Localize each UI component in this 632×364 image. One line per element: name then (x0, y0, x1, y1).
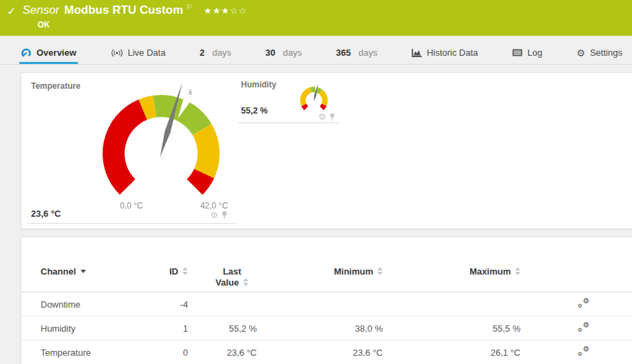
pin-icon[interactable] (329, 113, 335, 121)
tab-live-data[interactable]: Live Data (109, 43, 167, 64)
tab-label: Live Data (128, 47, 166, 58)
last-value-cell: 55,2 % (188, 323, 257, 334)
sort-icon (243, 278, 249, 286)
column-label: Channel (41, 266, 76, 277)
gear-icon: ⚙ (578, 352, 582, 357)
column-label: Maximum (470, 266, 511, 277)
sensor-title: Modbus RTU Custom (64, 3, 183, 17)
tab-unit: days (359, 47, 377, 58)
gauge-current-value: 23,6 °C (31, 208, 61, 219)
tab-label: Historic Data (427, 47, 478, 58)
sensor-status-header: ✓ Sensor Modbus RTU Custom ⚐ ★★★☆☆ OK (0, 0, 632, 36)
sort-icon (377, 267, 383, 275)
table-body: Downtime-4⚙⚙Humidity155,2 %38,0 %55,5 %⚙… (21, 292, 632, 364)
table-header-row: Channel ID Last Value Minimum Maximum (21, 266, 632, 292)
tab-settings[interactable]: ⚙ Settings (575, 43, 624, 64)
gauge-tile-temperature[interactable]: Temperature x̄ 0,0 °C 42,0 °C 23,6 °C ⚙ (27, 73, 237, 224)
tab-label: Settings (590, 47, 622, 58)
gauge-tile-humidity[interactable]: Humidity 55,2 % ⚙ (238, 73, 339, 123)
column-label: Minimum (334, 266, 373, 277)
humidity-gauge (295, 78, 333, 117)
tab-2-days[interactable]: 2 days (198, 43, 233, 64)
gear-icon: ⚙ (582, 345, 589, 353)
broadcast-icon (111, 49, 123, 57)
channels-table-panel: Channel ID Last Value Minimum Maximum Do… (21, 237, 632, 364)
minimum-cell: 23,6 °C (257, 347, 383, 358)
table-row: Downtime-4⚙⚙ (21, 292, 632, 317)
channel-id: -4 (145, 299, 188, 310)
gauges-panel: Temperature x̄ 0,0 °C 42,0 °C 23,6 °C ⚙ … (21, 72, 632, 229)
status-check-icon: ✓ (7, 5, 16, 36)
gauge-settings-gear-icon[interactable]: ⚙ (210, 211, 218, 220)
object-kind-label: Sensor (22, 3, 59, 17)
gear-icon: ⚙ (582, 297, 589, 305)
column-label: ID (169, 266, 178, 277)
flag-icon[interactable]: ⚐ (186, 3, 193, 12)
column-header-maximum[interactable]: Maximum (383, 266, 520, 277)
stars-filled[interactable]: ★★★ (204, 6, 230, 16)
gear-icon: ⚙ (578, 328, 582, 333)
gauge-min-label: 0,0 °C (111, 201, 152, 211)
last-value-cell: 23,6 °C (188, 347, 257, 358)
channel-name: Downtime (21, 299, 145, 310)
gauge-icon (21, 48, 32, 58)
pin-icon[interactable] (221, 211, 228, 220)
gear-icon: ⚙ (578, 303, 582, 309)
prtg-sensor-page: ✓ Sensor Modbus RTU Custom ⚐ ★★★☆☆ OK Ov… (0, 0, 632, 364)
area-chart-icon (412, 48, 422, 57)
sort-desc-icon (81, 270, 86, 273)
gauge-title: Humidity (241, 80, 276, 89)
tab-unit: days (283, 47, 302, 58)
sort-icon (182, 267, 188, 275)
channel-id: 1 (145, 323, 188, 334)
gauge-title: Temperature (31, 81, 81, 91)
channel-settings-icon[interactable]: ⚙⚙ (578, 346, 589, 357)
log-icon (512, 49, 523, 56)
gear-icon: ⚙ (576, 48, 585, 58)
sensor-title-block: Sensor Modbus RTU Custom ⚐ ★★★☆☆ OK (22, 0, 247, 36)
status-badge: OK (37, 20, 50, 30)
tab-value: 365 (336, 47, 351, 58)
tab-label: Overview (36, 47, 76, 58)
priority-stars[interactable]: ★★★☆☆ (204, 6, 247, 16)
channel-name: Humidity (21, 323, 145, 334)
column-label: Value (215, 277, 239, 288)
channel-settings-icon[interactable]: ⚙⚙ (578, 322, 589, 333)
tab-365-days[interactable]: 365 days (335, 43, 379, 64)
tab-label: Log (527, 47, 543, 58)
gear-icon: ⚙ (582, 321, 589, 329)
table-row: Humidity155,2 %38,0 %55,5 %⚙⚙ (21, 317, 632, 341)
temperature-gauge: x̄ (96, 81, 227, 205)
channel-name: Temperature (21, 347, 145, 358)
table-row: Temperature023,6 °C23,6 °C26,1 °C⚙⚙ (21, 341, 632, 364)
column-header-channel[interactable]: Channel (21, 266, 145, 277)
tab-overview[interactable]: Overview (19, 43, 78, 64)
sort-icon (515, 267, 520, 275)
stars-empty[interactable]: ☆☆ (230, 6, 247, 16)
tab-30-days[interactable]: 30 days (264, 43, 303, 64)
minimum-cell: 38,0 % (257, 323, 383, 334)
tab-unit: days (212, 47, 231, 58)
tab-value: 2 (200, 47, 204, 58)
gauge-current-value: 55,2 % (241, 106, 268, 116)
tab-log[interactable]: Log (511, 43, 544, 64)
column-label: Last (207, 266, 257, 277)
column-header-minimum[interactable]: Minimum (257, 266, 383, 277)
gauge-max-label: 42,0 °C (193, 201, 235, 211)
tab-historic-data[interactable]: Historic Data (410, 43, 479, 64)
tab-bar: Overview Live Data 2 days 30 days 365 (0, 43, 632, 65)
gauge-settings-gear-icon[interactable]: ⚙ (318, 112, 326, 121)
maximum-cell: 55,5 % (383, 323, 520, 334)
tab-value: 30 (265, 47, 275, 58)
svg-text:x̄: x̄ (189, 88, 193, 96)
column-header-id[interactable]: ID (145, 266, 188, 277)
column-header-last-value[interactable]: Last Value (188, 266, 257, 288)
maximum-cell: 26,1 °C (383, 347, 520, 358)
channel-settings-icon[interactable]: ⚙⚙ (578, 298, 589, 309)
channel-id: 0 (145, 347, 188, 358)
